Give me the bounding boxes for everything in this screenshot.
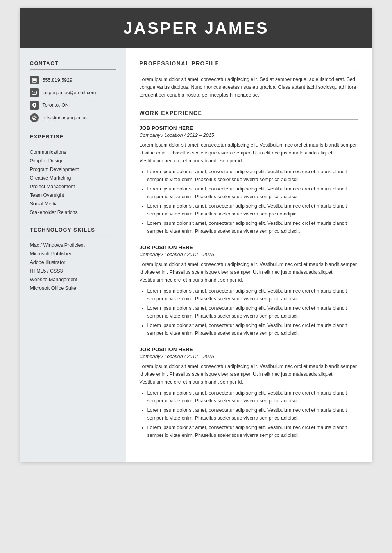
experience-divider bbox=[140, 119, 358, 120]
expertise-item: Program Development bbox=[30, 167, 116, 172]
email-text: jasperjames@email.com bbox=[43, 90, 96, 95]
main-content: PROFESSIONAL PROFILE Lorem ipsum dolor s… bbox=[126, 48, 372, 462]
contact-divider bbox=[30, 69, 116, 70]
job-entry-1: JOB POSITION HERE Company / Location / 2… bbox=[140, 125, 358, 235]
technology-divider bbox=[30, 236, 116, 236]
job-title-2: JOB POSITION HERE bbox=[140, 244, 358, 250]
bullet-item: Lorem ipsum dolor sit amet, consectetur … bbox=[147, 185, 358, 201]
expertise-divider bbox=[30, 143, 116, 143]
job-bullets-2: Lorem ipsum dolor sit amet, consectetur … bbox=[140, 287, 358, 337]
bullet-item: Lorem ipsum dolor sit amet, consectetur … bbox=[147, 219, 358, 235]
resume-container: JASPER JAMES CONTACT 555.819.5929 bbox=[20, 8, 372, 462]
contact-linkedin: linkedin/jasperjames bbox=[30, 113, 116, 122]
contact-section: CONTACT 555.819.5929 bbox=[30, 60, 116, 122]
linkedin-icon bbox=[30, 113, 39, 122]
technology-section: TECHNOLOGY SKILLS Mac / Windows Proficie… bbox=[30, 227, 116, 291]
expertise-item: Stakeholder Relations bbox=[30, 210, 116, 215]
profile-section: PROFESSIONAL PROFILE Lorem ipsum dolor s… bbox=[140, 60, 358, 99]
phone-icon bbox=[30, 76, 39, 84]
bullet-item: Lorem ipsum dolor sit amet, consectetur … bbox=[147, 424, 358, 439]
bullet-item: Lorem ipsum dolor sit amet, consectetur … bbox=[147, 304, 358, 320]
job-company-3: Company / Location / 2012 – 2015 bbox=[140, 354, 358, 359]
job-company-1: Company / Location / 2012 – 2015 bbox=[140, 133, 358, 138]
expertise-item: Graphic Design bbox=[30, 158, 116, 163]
profile-title: PROFESSIONAL PROFILE bbox=[140, 60, 358, 66]
expertise-item: Team Oversight bbox=[30, 192, 116, 198]
profile-divider bbox=[140, 70, 358, 70]
expertise-item: Project Management bbox=[30, 184, 116, 189]
tech-item: Website Management bbox=[30, 277, 116, 282]
body: CONTACT 555.819.5929 bbox=[20, 48, 372, 462]
profile-text: Lorem ipsum dolor sit amet, consectetur … bbox=[140, 75, 358, 99]
sidebar: CONTACT 555.819.5929 bbox=[20, 48, 126, 462]
job-desc-3: Lorem ipsum dolor sit amet, consectetur … bbox=[140, 363, 358, 386]
location-text: Toronto, ON bbox=[43, 102, 69, 108]
tech-item: Adobe Illustrator bbox=[30, 260, 116, 265]
bullet-item: Lorem ipsum dolor sit amet, consectetur … bbox=[147, 321, 358, 337]
tech-item: Microsoft Publisher bbox=[30, 251, 116, 257]
technology-title: TECHNOLOGY SKILLS bbox=[30, 227, 116, 233]
tech-item: HTML5 / CSS3 bbox=[30, 268, 116, 274]
header: JASPER JAMES bbox=[20, 8, 372, 48]
job-entry-3: JOB POSITION HERE Company / Location / 2… bbox=[140, 347, 358, 439]
svg-rect-1 bbox=[33, 79, 36, 81]
email-icon bbox=[30, 88, 39, 97]
contact-email: jasperjames@email.com bbox=[30, 88, 116, 97]
bullet-item: Lorem ipsum dolor sit amet, consectetur … bbox=[147, 202, 358, 218]
expertise-item: Creative Marketing bbox=[30, 175, 116, 181]
bullet-item: Lorem ipsum dolor sit amet, consectetur … bbox=[147, 168, 358, 183]
bullet-item: Lorem ipsum dolor sit amet, consectetur … bbox=[147, 389, 358, 405]
location-icon bbox=[30, 101, 39, 110]
expertise-section: EXPERTISE Communications Graphic Design … bbox=[30, 134, 116, 215]
job-bullets-1: Lorem ipsum dolor sit amet, consectetur … bbox=[140, 168, 358, 235]
expertise-title: EXPERTISE bbox=[30, 134, 116, 140]
job-entry-2: JOB POSITION HERE Company / Location / 2… bbox=[140, 244, 358, 337]
bullet-item: Lorem ipsum dolor sit amet, consectetur … bbox=[147, 287, 358, 303]
phone-text: 555.819.5929 bbox=[43, 77, 72, 83]
experience-title: WORK EXPERIENCE bbox=[140, 110, 358, 116]
job-title-1: JOB POSITION HERE bbox=[140, 125, 358, 131]
job-title-3: JOB POSITION HERE bbox=[140, 347, 358, 352]
experience-section: WORK EXPERIENCE JOB POSITION HERE Compan… bbox=[140, 110, 358, 439]
bullet-item: Lorem ipsum dolor sit amet, consectetur … bbox=[147, 406, 358, 422]
job-company-2: Company / Location / 2012 – 2015 bbox=[140, 252, 358, 257]
svg-point-3 bbox=[34, 104, 35, 106]
job-desc-1: Lorem ipsum dolor sit amet, consectetur … bbox=[140, 141, 358, 165]
candidate-name: JASPER JAMES bbox=[36, 19, 356, 38]
job-desc-2: Lorem ipsum dolor sit amet, consectetur … bbox=[140, 260, 358, 284]
tech-item: Mac / Windows Proficient bbox=[30, 242, 116, 248]
contact-title: CONTACT bbox=[30, 60, 116, 66]
job-bullets-3: Lorem ipsum dolor sit amet, consectetur … bbox=[140, 389, 358, 439]
tech-item: Microsoft Office Suite bbox=[30, 285, 116, 291]
expertise-item: Social Media bbox=[30, 201, 116, 206]
linkedin-text: linkedin/jasperjames bbox=[43, 115, 87, 120]
contact-phone: 555.819.5929 bbox=[30, 76, 116, 84]
expertise-item: Communications bbox=[30, 149, 116, 155]
contact-location: Toronto, ON bbox=[30, 101, 116, 110]
